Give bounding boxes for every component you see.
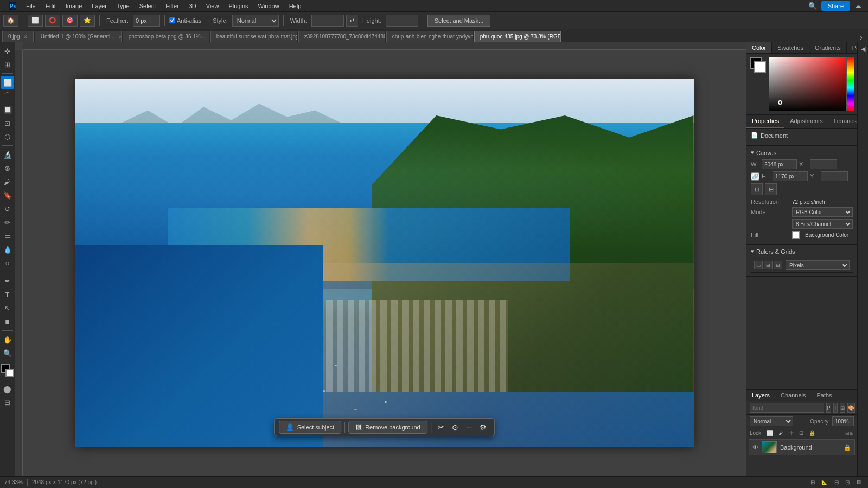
ruler-icon-3[interactable]: ⊟: [774, 261, 782, 269]
layers-filter-3[interactable]: ⊞: [840, 403, 845, 413]
canvas-size-icon-btn[interactable]: ⊞: [765, 183, 777, 195]
menu-select[interactable]: Select: [135, 2, 161, 10]
aspect-link-btn[interactable]: 🔗: [751, 172, 760, 181]
move-tool[interactable]: ✛: [1, 44, 14, 57]
tab-0jpg[interactable]: 0.jpg ✕: [2, 31, 34, 42]
menu-layer[interactable]: Layer: [87, 2, 111, 10]
zoom-tool[interactable]: 🔍: [1, 346, 14, 359]
color-gradient-picker[interactable]: [769, 57, 854, 111]
style-select[interactable]: Normal Fixed Ratio Fixed Size: [232, 15, 279, 27]
tab-sunrise[interactable]: beautiful-sunrise-wat-phra-that.jpg ✕: [210, 31, 297, 42]
select-subject-btn[interactable]: 👤 Select subject: [279, 421, 341, 434]
lasso-tool[interactable]: ⌒: [1, 89, 14, 102]
canvas-x-input[interactable]: [810, 159, 837, 169]
units-select[interactable]: Pixels Inches Centimeters: [786, 260, 850, 270]
layers-filter-1[interactable]: P: [826, 403, 831, 413]
type-tool[interactable]: T: [1, 288, 14, 301]
properties-tab[interactable]: Properties: [746, 115, 784, 128]
circle-select-btn[interactable]: ⭕: [45, 15, 60, 27]
pen-tool[interactable]: ✒: [1, 274, 14, 287]
antialias-checkbox[interactable]: [169, 17, 175, 23]
eyedropper-tool[interactable]: 🔬: [1, 148, 14, 161]
bit-depth-select[interactable]: 8 Bits/Channel 16 Bits/Channel 32 Bits/C…: [792, 219, 853, 229]
canvas-width-input[interactable]: [762, 159, 797, 169]
ruler-icon-2[interactable]: ⊞: [764, 261, 773, 269]
layers-filter-4[interactable]: 🎨: [847, 403, 855, 413]
select-mask-btn[interactable]: Select and Mask...: [427, 15, 491, 27]
background-color[interactable]: [754, 61, 766, 73]
quick-mask-btn[interactable]: ⬤: [1, 382, 14, 395]
history-tool[interactable]: ↺: [1, 202, 14, 215]
rulers-header[interactable]: ▾ Rulers & Grids: [751, 248, 853, 255]
lock-artboard-btn[interactable]: ⊡: [797, 429, 805, 436]
height-input[interactable]: [386, 15, 418, 27]
tab-close-3[interactable]: ✕: [208, 34, 209, 40]
float-action-2[interactable]: ⊙: [449, 421, 462, 434]
canvas-area[interactable]: 👤 Select subject 🖼 Remove background ✂ ⊙…: [15, 42, 746, 476]
swatches-tab[interactable]: Swatches: [772, 42, 809, 53]
swap-dimensions-btn[interactable]: ⇄: [346, 15, 358, 27]
fill-color-swatch[interactable]: [792, 231, 800, 239]
gpu-icon[interactable]: ⊞: [808, 478, 817, 486]
cloud-icon[interactable]: ☁: [852, 1, 864, 11]
tab-z392[interactable]: z3928108777780_73c80df474489be28bf... ✕: [298, 31, 385, 42]
panel-toggle-btn[interactable]: ◀: [859, 44, 867, 54]
tab-close-2[interactable]: ✕: [118, 34, 122, 40]
opacity-input[interactable]: [832, 416, 854, 426]
object-select-tool[interactable]: 🔲: [1, 103, 14, 116]
layer-mode-select[interactable]: Normal Multiply Screen: [750, 416, 793, 426]
magic-wand-btn[interactable]: ⭐: [80, 15, 95, 27]
dodge-tool[interactable]: ○: [1, 256, 14, 269]
canvas-header[interactable]: ▾ Canvas: [751, 149, 853, 156]
clone-tool[interactable]: 🔖: [1, 189, 14, 202]
lock-transparent-btn[interactable]: ⬜: [765, 429, 775, 436]
tabs-nav[interactable]: ›: [857, 33, 866, 42]
menu-3d[interactable]: 3D: [184, 2, 201, 10]
fg-bg-color-selector[interactable]: [1, 364, 14, 377]
status-icon-3[interactable]: ⊡: [843, 478, 852, 486]
lock-position-btn[interactable]: ✛: [788, 429, 795, 436]
fg-bg-colors[interactable]: [750, 57, 766, 73]
marquee-tool[interactable]: ⬜: [1, 76, 14, 89]
feather-input[interactable]: [133, 15, 160, 27]
screen-mode-btn[interactable]: ⊟: [1, 396, 14, 409]
tab-photoshop-beta[interactable]: photoshop-beta.png @ 36.1%... ✕: [123, 31, 209, 42]
menu-view[interactable]: View: [202, 2, 224, 10]
tab-untitled[interactable]: Untitled-1 @ 100% (Generati... ✕: [35, 31, 122, 42]
artboard-tool[interactable]: ⊞: [1, 58, 14, 71]
gradients-tab[interactable]: Gradients: [809, 42, 847, 53]
color-tab[interactable]: Color: [746, 42, 772, 53]
float-action-1[interactable]: ✂: [435, 421, 448, 434]
frame-tool[interactable]: ⬡: [1, 130, 14, 143]
menu-window[interactable]: Window: [254, 2, 284, 10]
menu-file[interactable]: File: [22, 2, 40, 10]
path-select-tool[interactable]: ↖: [1, 301, 14, 314]
crop-tool[interactable]: ⊡: [1, 117, 14, 130]
status-icon-1[interactable]: 📐: [819, 478, 830, 486]
menu-type[interactable]: Type: [112, 2, 134, 10]
lock-pixels-btn[interactable]: 🖌: [777, 429, 786, 436]
layer-item-background[interactable]: 👁 Background 🔒: [749, 439, 855, 455]
layers-tab[interactable]: Layers: [746, 390, 775, 401]
blur-tool[interactable]: 💧: [1, 243, 14, 256]
search-btn[interactable]: 🔍: [806, 1, 819, 11]
document-header[interactable]: 📄 Document: [751, 132, 853, 139]
hand-tool[interactable]: ✋: [1, 333, 14, 346]
layers-filter-2[interactable]: T: [833, 403, 838, 413]
lasso-btn[interactable]: 🎯: [62, 15, 78, 27]
canvas-height-input[interactable]: [773, 171, 808, 181]
menu-filter[interactable]: Filter: [161, 2, 183, 10]
main-canvas[interactable]: 👤 Select subject 🖼 Remove background ✂ ⊙…: [75, 79, 694, 447]
menu-edit[interactable]: Edit: [41, 2, 60, 10]
rect-select-btn[interactable]: ⬜: [28, 15, 43, 27]
color-hue-bar[interactable]: [846, 57, 854, 111]
layer-visibility-icon[interactable]: 👁: [752, 444, 758, 451]
libraries-tab[interactable]: Libraries: [828, 115, 857, 128]
width-input[interactable]: [311, 15, 344, 27]
remove-background-btn[interactable]: 🖼 Remove background: [348, 421, 427, 434]
crop-icon-btn[interactable]: ⊡: [751, 183, 763, 195]
tab-chup[interactable]: chup-anh-bien-nghe-thuat-yodyvn2.jpg ✕: [386, 31, 473, 42]
home-btn[interactable]: 🏠: [3, 15, 18, 27]
status-icon-4[interactable]: 🖥: [854, 478, 864, 486]
menu-plugins[interactable]: Plugins: [224, 2, 252, 10]
